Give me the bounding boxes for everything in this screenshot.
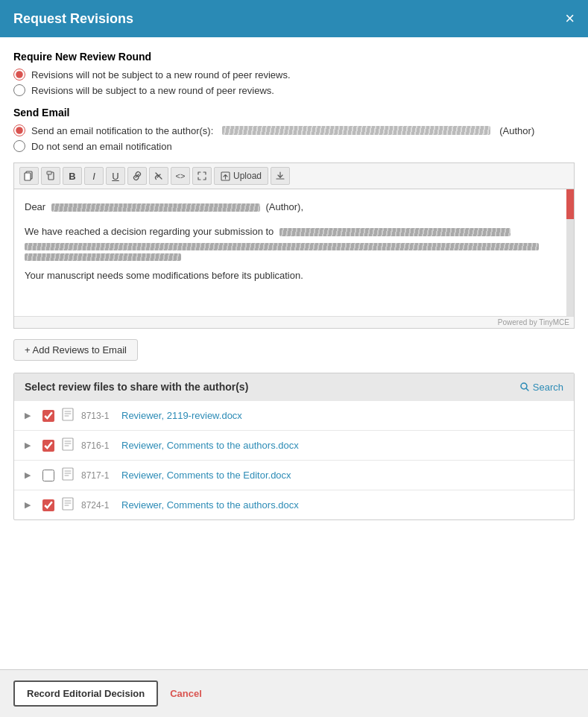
review-round-option-2: Revisions will be subject to a new round… [13, 84, 575, 96]
italic-button[interactable]: I [84, 167, 104, 185]
link-button[interactable] [127, 167, 147, 185]
underline-button[interactable]: U [106, 167, 125, 185]
upload-label: Upload [233, 171, 262, 181]
no-email-label: Do not send an email notification [31, 141, 172, 152]
closing-line: Your manuscript needs some modifications… [25, 268, 563, 284]
fullscreen-button[interactable] [192, 167, 212, 185]
editor-scrollbar[interactable] [566, 189, 574, 316]
download-button[interactable] [271, 167, 290, 185]
add-reviews-button[interactable]: + Add Reviews to Email [13, 339, 138, 361]
journal-name-redacted [279, 228, 510, 236]
svg-rect-7 [63, 438, 73, 450]
file-table-section: Select review files to share with the au… [13, 373, 575, 520]
file-icon-1 [62, 408, 74, 423]
send-email-label: Send an email notification to the author… [31, 125, 213, 136]
bold-button[interactable]: B [63, 167, 82, 185]
underline-icon: U [112, 171, 118, 182]
code-icon: <> [176, 171, 186, 180]
file-row: ▶ 8716-1 Reviewer, Comments to the autho… [14, 430, 574, 460]
file-checkbox-1[interactable] [42, 410, 54, 422]
file-id-4: 8724-1 [81, 500, 114, 511]
body-paragraph: We have reached a decision regarding you… [25, 224, 563, 261]
modal-title: Request Revisions [13, 11, 133, 27]
file-icon-4 [62, 497, 74, 513]
file-name-2: Reviewer, Comments to the authors.docx [121, 440, 299, 451]
file-id-3: 8717-1 [81, 470, 114, 481]
file-name-4: Reviewer, Comments to the authors.docx [121, 499, 299, 511]
svg-rect-9 [63, 498, 73, 510]
tinymce-powered: Powered by TinyMCE [14, 316, 574, 328]
author-suffix: (Author), [265, 201, 303, 212]
send-email-group: Send an email notification to the author… [13, 124, 575, 152]
review-round-option-1: Revisions will not be subject to a new r… [13, 69, 575, 80]
body-text: We have reached a decision regarding you… [25, 226, 274, 237]
modal-body: Require New Review Round Revisions will … [0, 37, 588, 669]
paste-button[interactable] [41, 167, 60, 185]
no-new-round-radio[interactable] [13, 69, 25, 80]
closing-text: Your manuscript needs some modifications… [25, 270, 303, 281]
file-icon-2 [62, 438, 74, 453]
send-email-title: Send Email [13, 107, 575, 119]
expand-arrow-1[interactable]: ▶ [25, 411, 35, 420]
dear-line: Dear (Author), [25, 200, 563, 215]
file-table-header: Select review files to share with the au… [14, 373, 574, 400]
file-id-1: 8713-1 [81, 411, 114, 421]
send-email-radio[interactable] [13, 124, 25, 136]
file-row: ▶ 8713-1 Reviewer, 2119-review.docx [14, 400, 574, 430]
expand-arrow-3[interactable]: ▶ [25, 470, 35, 480]
no-new-round-label: Revisions will not be subject to a new r… [31, 69, 291, 80]
send-email-option-1: Send an email notification to the author… [13, 124, 575, 136]
file-checkbox-4[interactable] [42, 499, 54, 511]
svg-rect-8 [63, 468, 73, 480]
search-label: Search [533, 382, 563, 393]
author-tag: (Author) [499, 125, 534, 136]
author-redacted-bar [222, 126, 490, 135]
expand-arrow-2[interactable]: ▶ [25, 440, 35, 450]
file-name-1: Reviewer, 2119-review.docx [121, 410, 242, 421]
svg-point-5 [521, 383, 527, 389]
upload-button[interactable]: Upload [214, 167, 268, 185]
modal-container: Request Revisions × Require New Review R… [0, 0, 588, 717]
new-round-label: Revisions will be subject to a new round… [31, 85, 274, 96]
file-checkbox-2[interactable] [42, 440, 54, 452]
svg-rect-3 [47, 171, 51, 174]
file-table-title: Select review files to share with the au… [25, 381, 248, 393]
cancel-button[interactable]: Cancel [170, 688, 202, 699]
editor-scrollbar-thumb [566, 189, 574, 219]
expand-arrow-4[interactable]: ▶ [25, 500, 35, 510]
bold-icon: B [69, 171, 75, 182]
no-email-radio[interactable] [13, 140, 25, 152]
author-name-redacted [51, 203, 260, 212]
file-icon-3 [62, 467, 74, 483]
send-email-option-2: Do not send an email notification [13, 140, 575, 152]
file-id-2: 8716-1 [81, 440, 114, 451]
unlink-button[interactable] [149, 167, 168, 185]
redacted-line-2 [25, 253, 181, 261]
svg-rect-1 [25, 173, 31, 180]
redacted-line-1 [25, 243, 539, 250]
file-name-3: Reviewer, Comments to the Editor.docx [121, 470, 291, 481]
record-editorial-decision-button[interactable]: Record Editorial Decision [13, 680, 158, 707]
copy-button[interactable] [19, 167, 39, 185]
new-round-radio[interactable] [13, 84, 25, 96]
close-button[interactable]: × [565, 10, 575, 27]
dear-text: Dear [25, 201, 45, 212]
file-row: ▶ 8717-1 Reviewer, Comments to the Edito… [14, 460, 574, 490]
italic-icon: I [92, 171, 95, 182]
editor-toolbar: B I U [14, 163, 574, 189]
review-round-title: Require New Review Round [13, 51, 575, 63]
search-icon [519, 382, 530, 392]
svg-rect-6 [63, 408, 73, 420]
search-link[interactable]: Search [519, 382, 563, 393]
review-round-group: Revisions will not be subject to a new r… [13, 69, 575, 96]
editor-body[interactable]: Dear (Author), We have reached a decisio… [14, 189, 574, 316]
modal-footer: Record Editorial Decision Cancel [0, 669, 588, 717]
code-button[interactable]: <> [171, 167, 190, 185]
editor-wrap: Dear (Author), We have reached a decisio… [14, 189, 574, 328]
modal-header: Request Revisions × [0, 0, 588, 37]
file-row: ▶ 8724-1 Reviewer, Comments to the autho… [14, 490, 574, 519]
file-checkbox-3[interactable] [42, 470, 54, 481]
editor-container: B I U [13, 162, 575, 329]
